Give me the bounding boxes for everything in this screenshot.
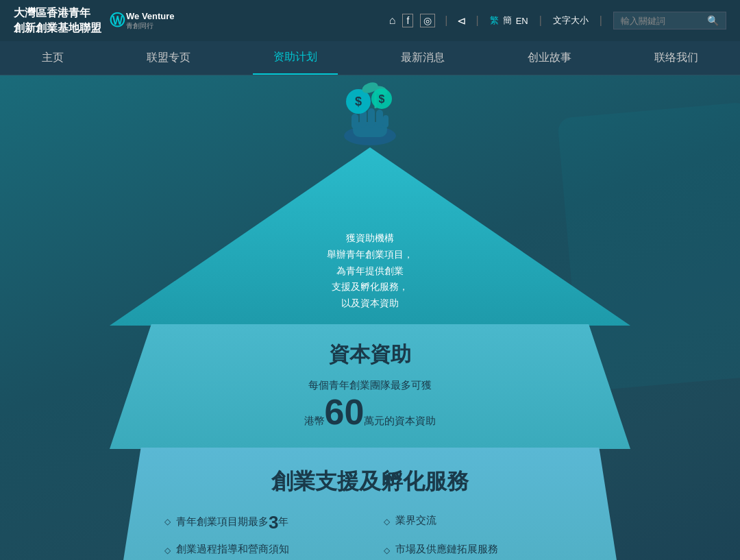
pyramid-layer1: 獲資助機構 舉辦青年創業項目， 為青年提供創業 支援及孵化服務， 以及資本資助 — [110, 147, 630, 326]
bullet-2: ◇ — [164, 544, 171, 557]
layer3-item-3: ◇ 市場及供應鏈拓展服務 — [384, 542, 576, 557]
svg-rect-4 — [368, 108, 375, 127]
search-button[interactable]: 🔍 — [707, 15, 719, 26]
item-text-2: 創業過程指導和營商須知 — [176, 542, 289, 557]
header-left: 大灣區香港青年 創新創業基地聯盟 Ⓦ We Venture 青創同行 — [14, 5, 175, 36]
search-box: 🔍 — [613, 12, 726, 29]
font-size-label[interactable]: 文字大小 — [553, 14, 589, 27]
layer2-desc: 每個青年創業團隊最多可獲 港幣60萬元的資本資助 — [137, 376, 603, 430]
layer3-title: 創業支援及孵化服務 — [151, 467, 589, 497]
layer1-line1: 獲資助機構 — [327, 230, 413, 247]
nav-alliance[interactable]: 联盟专页 — [126, 41, 211, 75]
language-selector: 繁 簡 EN — [490, 14, 528, 27]
item-number-3: 3 — [269, 512, 278, 533]
item-text-3: 市場及供應鏈拓展服務 — [395, 542, 498, 557]
bullet-1: ◇ — [384, 515, 390, 528]
layer2-title: 資本資助 — [137, 341, 603, 369]
item-text-1: 業界交流 — [395, 513, 436, 528]
layer1-line3: 為青年提供創業 — [327, 263, 413, 280]
bullet-0: ◇ — [164, 515, 171, 528]
facebook-icon[interactable]: f — [402, 14, 413, 27]
instagram-icon[interactable]: ◎ — [420, 14, 435, 27]
header-right: ⌂ f ◎ | ⊲ | 繁 簡 EN | 文字大小 | 🔍 — [389, 12, 726, 29]
svg-rect-6 — [383, 115, 388, 127]
svg-rect-2 — [352, 114, 358, 129]
lang-trad[interactable]: 繁 — [490, 14, 499, 27]
nav-news[interactable]: 最新消息 — [380, 41, 465, 75]
main-nav: 主页 联盟专页 资助计划 最新消息 创业故事 联络我们 — [0, 41, 740, 75]
main-content: $ $ 獲資助機構 舉辦青年創業項目， 為青年提供創業 支援及孵化服務， 以及資… — [0, 75, 740, 560]
nav-stories[interactable]: 创业故事 — [507, 41, 592, 75]
svg-text:$: $ — [379, 93, 385, 105]
layer1-line2: 舉辦青年創業項目， — [327, 247, 413, 263]
social-icons: ⌂ f ◎ | ⊲ | — [389, 14, 482, 27]
layer1-line4: 支援及孵化服務， — [327, 279, 413, 295]
pyramid-container: $ $ 獲資助機構 舉辦青年創業項目， 為青年提供創業 支援及孵化服務， 以及資… — [103, 82, 637, 560]
lang-simp[interactable]: 簡 — [503, 14, 512, 27]
divider1: | — [445, 14, 447, 27]
layer3-item-2: ◇ 創業過程指導和營商須知 — [164, 542, 356, 557]
nav-contact[interactable]: 联络我们 — [634, 41, 719, 75]
pyramid-layer3: 創業支援及孵化服務 ◇ 青年創業項目期最多3年 ◇ 業界交流 ◇ 創業過程指導和… — [110, 448, 630, 560]
divider4: | — [600, 14, 602, 27]
layer3-items-grid: ◇ 青年創業項目期最多3年 ◇ 業界交流 ◇ 創業過程指導和營商須知 ◇ 市場及… — [151, 513, 589, 560]
layer1-text: 獲資助機構 舉辦青年創業項目， 為青年提供創業 支援及孵化服務， 以及資本資助 — [327, 230, 413, 312]
nav-funding[interactable]: 资助计划 — [253, 41, 338, 75]
share-icon[interactable]: ⊲ — [457, 14, 466, 27]
org-name: 大灣區香港青年 創新創業基地聯盟 — [14, 5, 101, 36]
layer3-item-1: ◇ 業界交流 — [384, 513, 576, 531]
header: 大灣區香港青年 創新創業基地聯盟 Ⓦ We Venture 青創同行 ⌂ f ◎… — [0, 0, 740, 41]
bullet-3: ◇ — [384, 544, 390, 557]
divider2: | — [476, 14, 478, 27]
divider3: | — [539, 14, 542, 27]
logo-brand: We Venture — [126, 11, 175, 21]
svg-text:$: $ — [355, 95, 362, 108]
svg-rect-5 — [376, 110, 383, 127]
logo-icon: Ⓦ — [110, 10, 125, 31]
layer2-amount: 60 — [325, 392, 365, 432]
logo-sub: 青創同行 — [126, 21, 175, 31]
nav-home[interactable]: 主页 — [21, 41, 84, 75]
lang-en[interactable]: EN — [516, 16, 528, 26]
we-venture-logo: Ⓦ We Venture 青創同行 — [110, 10, 175, 31]
search-input[interactable] — [621, 16, 703, 26]
money-plant-icon: $ $ — [332, 82, 408, 151]
pyramid-layer2: 資本資助 每個青年創業團隊最多可獲 港幣60萬元的資本資助 — [110, 324, 630, 449]
layer3-item-0: ◇ 青年創業項目期最多3年 — [164, 513, 356, 531]
layer1-line5: 以及資本資助 — [327, 295, 413, 312]
home-icon[interactable]: ⌂ — [389, 14, 396, 27]
top-icon-area: $ $ — [332, 82, 408, 151]
